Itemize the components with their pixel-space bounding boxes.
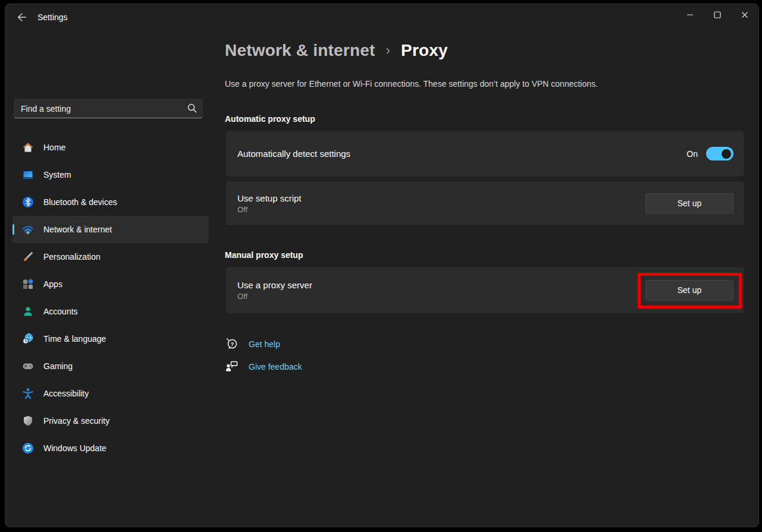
sidebar-item-label: Windows Update bbox=[43, 443, 106, 453]
sidebar-item-label: Time & language bbox=[43, 334, 106, 344]
breadcrumb: Network & internet › Proxy bbox=[225, 41, 448, 60]
sidebar-item-network-internet[interactable]: Network & internet bbox=[12, 216, 209, 243]
detect-settings-label: Automatically detect settings bbox=[237, 149, 686, 159]
maximize-icon bbox=[712, 10, 723, 22]
globe-clock-icon bbox=[22, 333, 34, 345]
wifi-icon bbox=[22, 223, 34, 235]
apps-icon bbox=[22, 278, 34, 290]
minimize-icon bbox=[685, 10, 695, 22]
toggle-state-label: On bbox=[686, 149, 698, 159]
feedback-person-icon bbox=[225, 360, 239, 374]
accessibility-icon bbox=[22, 388, 34, 399]
sidebar-item-accessibility[interactable]: Accessibility bbox=[12, 380, 209, 407]
desktop-background: Settings Home bbox=[0, 0, 762, 532]
person-icon bbox=[22, 306, 34, 317]
close-button[interactable] bbox=[731, 4, 758, 27]
sidebar-item-label: Personalization bbox=[43, 252, 101, 262]
sidebar-item-personalization[interactable]: Personalization bbox=[12, 243, 209, 270]
setup-script-label: Use setup script bbox=[237, 193, 645, 203]
sidebar-item-label: Accessibility bbox=[43, 389, 89, 398]
search-input[interactable] bbox=[14, 99, 203, 118]
give-feedback-link[interactable]: Give feedback bbox=[249, 362, 302, 372]
detect-settings-toggle[interactable] bbox=[706, 147, 733, 160]
sidebar-item-gaming[interactable]: Gaming bbox=[12, 352, 209, 380]
sidebar-item-system[interactable]: System bbox=[12, 161, 209, 188]
svg-text:?: ? bbox=[231, 341, 234, 347]
back-button[interactable] bbox=[11, 9, 32, 27]
back-arrow-icon bbox=[15, 11, 27, 25]
get-help-row: ? Get help bbox=[225, 337, 280, 351]
sidebar-item-home[interactable]: Home bbox=[12, 134, 209, 161]
sidebar-item-label: Bluetooth & devices bbox=[43, 197, 117, 207]
app-title: Settings bbox=[37, 12, 68, 22]
breadcrumb-separator-icon: › bbox=[386, 43, 391, 58]
toggle-knob bbox=[722, 149, 731, 159]
page-description: Use a proxy server for Ethernet or Wi-Fi… bbox=[225, 79, 598, 89]
sidebar-item-label: Gaming bbox=[43, 361, 73, 371]
sidebar-item-apps[interactable]: Apps bbox=[12, 270, 209, 298]
setup-script-status: Off bbox=[237, 205, 645, 214]
settings-window: Settings Home bbox=[5, 4, 759, 527]
help-bubble-icon: ? bbox=[225, 337, 239, 351]
maximize-button[interactable] bbox=[704, 4, 731, 27]
proxy-server-row: Use a proxy server Off Set up bbox=[225, 266, 745, 314]
search-box bbox=[14, 99, 203, 118]
section-title-manual: Manual proxy setup bbox=[225, 250, 303, 260]
update-icon bbox=[22, 442, 34, 454]
sidebar-item-label: Home bbox=[43, 143, 65, 152]
sidebar-item-label: Network & internet bbox=[43, 225, 112, 234]
shield-icon bbox=[22, 415, 34, 427]
section-title-automatic: Automatic proxy setup bbox=[225, 114, 315, 124]
setup-script-button[interactable]: Set up bbox=[645, 193, 733, 214]
sidebar-item-label: Apps bbox=[43, 279, 62, 289]
close-icon bbox=[739, 10, 750, 22]
get-help-link[interactable]: Get help bbox=[249, 339, 280, 349]
page-title: Proxy bbox=[401, 41, 448, 59]
paintbrush-icon bbox=[22, 251, 34, 263]
bluetooth-icon bbox=[22, 196, 34, 208]
selected-accent-bar bbox=[12, 224, 14, 235]
window-controls bbox=[676, 4, 758, 27]
detect-settings-row: Automatically detect settings On bbox=[225, 130, 745, 177]
sidebar-item-accounts[interactable]: Accounts bbox=[12, 298, 209, 325]
sidebar-item-label: Accounts bbox=[43, 307, 78, 316]
home-icon bbox=[22, 141, 34, 153]
sidebar-item-privacy-security[interactable]: Privacy & security bbox=[12, 407, 209, 435]
proxy-setup-button[interactable]: Set up bbox=[645, 280, 733, 301]
proxy-server-label: Use a proxy server bbox=[237, 280, 645, 290]
sidebar-item-time-language[interactable]: Time & language bbox=[12, 325, 209, 352]
sidebar-nav: Home System Bluetooth & devices Network … bbox=[12, 134, 209, 462]
breadcrumb-parent[interactable]: Network & internet bbox=[225, 41, 375, 59]
give-feedback-row: Give feedback bbox=[225, 360, 302, 374]
system-icon bbox=[22, 169, 34, 181]
minimize-button[interactable] bbox=[676, 4, 704, 27]
gamepad-icon bbox=[22, 360, 34, 372]
sidebar-item-bluetooth-devices[interactable]: Bluetooth & devices bbox=[12, 188, 209, 216]
proxy-server-status: Off bbox=[237, 292, 645, 301]
sidebar-item-label: System bbox=[43, 170, 71, 180]
setup-script-row: Use setup script Off Set up bbox=[225, 181, 745, 226]
titlebar: Settings bbox=[5, 4, 758, 33]
sidebar-item-label: Privacy & security bbox=[43, 416, 109, 426]
sidebar-item-windows-update[interactable]: Windows Update bbox=[12, 435, 209, 462]
